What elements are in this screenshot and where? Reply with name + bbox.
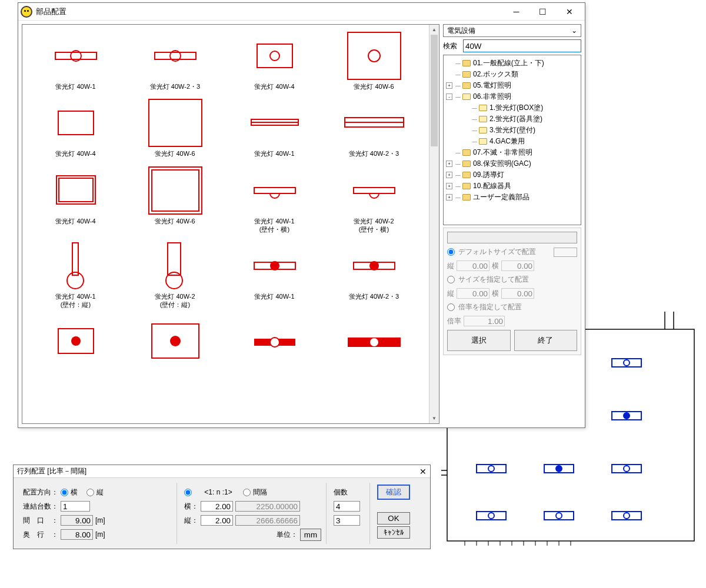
- width-label: 間 口 ：: [23, 516, 58, 526]
- tree-node[interactable]: +─09.誘導灯: [446, 169, 578, 181]
- hor-label-2: 横: [492, 289, 499, 299]
- exit-button[interactable]: 終了: [514, 330, 578, 351]
- tree-node[interactable]: ─01.一般配線(立上・下): [446, 58, 578, 69]
- tree-label: 3.蛍光灯(壁付): [489, 125, 535, 135]
- select-button[interactable]: 選択: [447, 330, 511, 351]
- part-item[interactable]: 蛍光灯 40W-1(壁付・横): [226, 164, 323, 234]
- direction-v-radio[interactable]: [86, 489, 94, 496]
- count-h-input[interactable]: [334, 501, 360, 512]
- svg-point-26: [624, 466, 630, 472]
- search-input[interactable]: [463, 39, 581, 52]
- part-item[interactable]: [27, 315, 124, 368]
- part-label: 蛍光灯 40W-4: [55, 217, 95, 225]
- specify-size-radio[interactable]: [447, 276, 455, 283]
- part-label: 蛍光灯 40W-1: [55, 82, 95, 91]
- grid-close-button[interactable]: ✕: [419, 467, 427, 476]
- part-item[interactable]: 蛍光灯 40W-1(壁付：縦): [27, 239, 124, 309]
- tree-node[interactable]: ─4.GAC兼用: [446, 136, 578, 147]
- part-item[interactable]: [226, 315, 323, 368]
- v-ratio-input[interactable]: [201, 515, 233, 526]
- part-item[interactable]: 蛍光灯 40W-1: [27, 29, 124, 91]
- close-button[interactable]: ✕: [556, 3, 582, 21]
- part-item[interactable]: 蛍光灯 40W-2・3: [325, 96, 422, 158]
- tree-expander-icon[interactable]: -: [446, 93, 452, 100]
- tree-node[interactable]: -─06.非常照明: [446, 91, 578, 102]
- window-title: 部品配置: [36, 6, 503, 17]
- ratio-radio[interactable]: [184, 489, 192, 496]
- hor-input-2[interactable]: [501, 288, 534, 299]
- part-item[interactable]: 蛍光灯 40W-6: [126, 96, 224, 158]
- tree-node[interactable]: +─08.保安照明(GAC): [446, 158, 578, 169]
- part-item[interactable]: 蛍光灯 40W-2・3: [126, 29, 224, 91]
- direction-h-radio[interactable]: [61, 489, 68, 496]
- default-size-radio[interactable]: [447, 248, 455, 256]
- unit-button[interactable]: mm: [300, 529, 321, 541]
- cancel-button[interactable]: ｷｬﾝｾﾙ: [377, 526, 410, 539]
- h-ratio-label: 横：: [184, 502, 198, 512]
- grid-placement-window: 行列配置 [比率－間隔] ✕ 配置方向： 横 縦 連結台数： 間 口 ： [m]…: [13, 465, 431, 549]
- scroll-down-icon[interactable]: ▼: [429, 413, 439, 423]
- tree-node[interactable]: ─02.ボックス類: [446, 69, 578, 80]
- folder-icon: [479, 127, 487, 133]
- tree-node[interactable]: +─ユーザー定義部品: [446, 192, 578, 203]
- link-count-input[interactable]: [61, 501, 90, 512]
- depth-input[interactable]: [61, 529, 93, 540]
- maximize-button[interactable]: ☐: [530, 3, 556, 21]
- part-item[interactable]: 蛍光灯 40W-4: [27, 96, 124, 158]
- tree-node[interactable]: ─07.不滅・非常照明: [446, 147, 578, 158]
- v-calc-output: [235, 515, 300, 526]
- part-item[interactable]: 蛍光灯 40W-2(壁付・横): [325, 164, 422, 234]
- part-item[interactable]: [126, 315, 224, 368]
- tree-label: 10.配線器具: [473, 181, 511, 191]
- confirm-button[interactable]: 確認: [377, 485, 410, 500]
- ok-button[interactable]: OK: [377, 512, 410, 524]
- part-item[interactable]: 蛍光灯 40W-1: [226, 96, 323, 158]
- rate-input[interactable]: [464, 316, 505, 326]
- part-item[interactable]: 蛍光灯 40W-1: [226, 239, 323, 309]
- part-item[interactable]: 蛍光灯 40W-4: [27, 164, 124, 234]
- scale-radio[interactable]: [447, 303, 455, 311]
- part-label: 蛍光灯 40W-6: [354, 82, 394, 91]
- part-item[interactable]: 蛍光灯 40W-2・3: [325, 239, 422, 309]
- ver-input-2[interactable]: [457, 288, 489, 299]
- spacing-label: 間隔: [253, 487, 267, 497]
- tree-expander-icon[interactable]: +: [446, 183, 452, 189]
- svg-rect-42: [149, 99, 202, 146]
- tree-node[interactable]: ─2.蛍光灯(器具塗): [446, 113, 578, 125]
- h-ratio-input[interactable]: [201, 501, 233, 512]
- count-v-input[interactable]: [334, 515, 360, 526]
- scroll-thumb[interactable]: [431, 35, 438, 146]
- tree-node[interactable]: ─3.蛍光灯(壁付): [446, 125, 578, 136]
- width-input[interactable]: [61, 515, 93, 526]
- ver-label-2: 縦: [447, 289, 454, 299]
- category-tree[interactable]: ─01.一般配線(立上・下)─02.ボックス類+─05.電灯照明-─06.非常照…: [443, 55, 581, 225]
- tree-expander-icon[interactable]: +: [446, 82, 452, 89]
- tree-expander-icon[interactable]: +: [446, 194, 452, 201]
- part-symbol: [64, 239, 88, 292]
- part-item[interactable]: 蛍光灯 40W-2(壁付：縦): [126, 239, 224, 309]
- minimize-button[interactable]: ─: [503, 3, 530, 21]
- part-label: 蛍光灯 40W-2・3: [349, 149, 399, 158]
- ver-input-1[interactable]: [457, 260, 489, 271]
- scroll-up-icon[interactable]: ▲: [429, 25, 439, 35]
- gallery-scrollbar[interactable]: ▲ ▼: [429, 25, 439, 423]
- search-label: 検索: [443, 41, 461, 51]
- tree-node[interactable]: ─1.蛍光灯(BOX塗): [446, 102, 578, 113]
- svg-rect-37: [257, 44, 292, 68]
- tree-node[interactable]: +─10.配線器具: [446, 181, 578, 192]
- part-item[interactable]: [325, 315, 422, 368]
- grid-titlebar[interactable]: 行列配置 [比率－間隔] ✕: [14, 465, 430, 478]
- tree-node[interactable]: +─05.電灯照明: [446, 80, 578, 91]
- svg-point-68: [370, 338, 378, 346]
- part-item[interactable]: 蛍光灯 40W-6: [126, 164, 224, 234]
- part-item[interactable]: 蛍光灯 40W-6: [325, 29, 422, 91]
- tree-expander-icon[interactable]: +: [446, 172, 452, 178]
- part-item[interactable]: 蛍光灯 40W-4: [226, 29, 323, 91]
- tree-expander-icon[interactable]: +: [446, 161, 452, 167]
- spacing-radio[interactable]: [243, 489, 251, 496]
- dim-dropdown[interactable]: [447, 232, 577, 243]
- titlebar[interactable]: 部品配置 ─ ☐ ✕: [18, 3, 585, 21]
- direction-label: 配置方向：: [23, 487, 58, 497]
- category-dropdown[interactable]: 電気設備: [443, 24, 581, 37]
- hor-input-1[interactable]: [501, 260, 534, 271]
